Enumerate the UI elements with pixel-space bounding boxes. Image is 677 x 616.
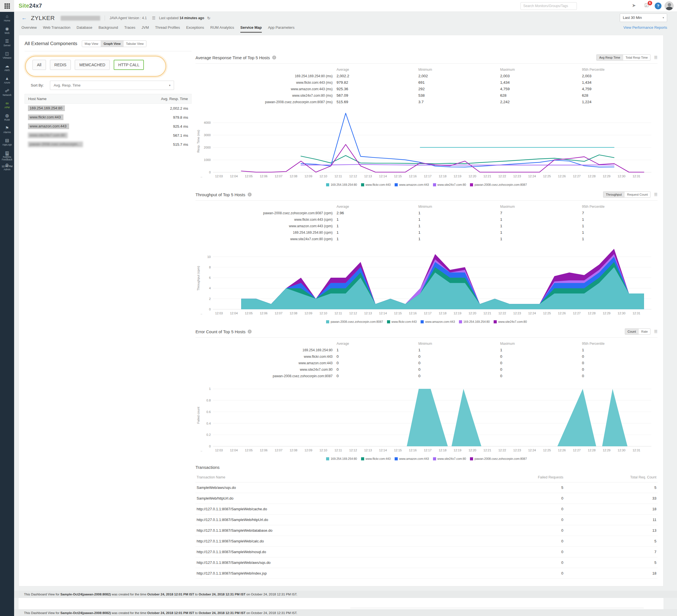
search-input[interactable]: Search Monitors/Groups/Tags xyxy=(521,2,577,10)
chart-menu-icon[interactable]: ☰ xyxy=(654,329,658,334)
sidebar-item-azure[interactable]: ▲Azure xyxy=(0,74,14,86)
transaction-row[interactable]: SampleWeb/httpUrl.do033 xyxy=(195,493,658,504)
network-icon: ☍ xyxy=(0,88,14,93)
info-icon[interactable]: i xyxy=(272,55,276,59)
transaction-row[interactable]: http://127.0.1.1:8087/SampleWeb/httpUrl.… xyxy=(195,515,658,525)
transaction-failed-count: 0 xyxy=(490,539,563,543)
tab-rum-analytics[interactable]: RUM Analytics xyxy=(211,26,234,32)
transaction-failed-count: 0 xyxy=(490,518,563,522)
help-icon[interactable]: ? xyxy=(655,3,662,9)
tab-service-map[interactable]: Service Map xyxy=(240,26,262,33)
chevron-down-icon: ▾ xyxy=(169,81,170,90)
host-row[interactable]: 169.254.169.254:802,002.2 ms xyxy=(25,104,191,113)
sidebar-item-applogs[interactable]: ▤AppLogs xyxy=(0,136,14,148)
sidebar-item-apm[interactable]: ∞APM xyxy=(0,99,14,111)
error-count-chart[interactable]: 00.20.40.60.8112:0312:0412:0512:0612:071… xyxy=(195,381,658,457)
svg-text:12:06: 12:06 xyxy=(260,175,268,178)
tab-background[interactable]: Background xyxy=(98,26,118,32)
chart-menu-icon[interactable]: ☰ xyxy=(654,55,658,60)
tab-thread-profiles[interactable]: Thread Profiles xyxy=(155,26,180,32)
tasks-icon[interactable]: ☑6 xyxy=(643,3,650,10)
transaction-row[interactable]: http://127.0.1.1:8087/SampleWeb/nosql.do… xyxy=(195,547,658,557)
stats-value: 0 xyxy=(500,354,582,359)
svg-text:12:11: 12:11 xyxy=(334,448,342,452)
transaction-total-count: 5 xyxy=(563,561,657,565)
tab-exceptions[interactable]: Exceptions xyxy=(186,26,204,32)
sidebar-item-server[interactable]: ☰Server xyxy=(0,37,14,49)
legend-series-name: 169.254.169.254:80 xyxy=(463,320,490,323)
filter-button-memcached[interactable]: MEMCACHED xyxy=(75,60,110,70)
tab-app-parameters[interactable]: App Parameters xyxy=(268,26,295,32)
sidebar-item-home[interactable]: ⌂Home xyxy=(0,12,14,24)
host-row[interactable]: www.site24x7.com:80567.1 ms xyxy=(25,131,191,140)
svg-text:12:18: 12:18 xyxy=(439,175,447,178)
chart-menu-icon[interactable]: ☰ xyxy=(654,192,658,197)
tab-database[interactable]: Database xyxy=(77,26,93,32)
info-icon[interactable]: i xyxy=(248,193,252,196)
throughput-chart[interactable]: 024681012:0312:0412:0512:0612:0712:0812:… xyxy=(195,244,658,320)
stats-value: 1 xyxy=(418,348,500,352)
toggle-button-rate[interactable]: Rate xyxy=(638,329,650,334)
host-row[interactable]: pawan-2008.csez.zohocorpin...515.7 ms xyxy=(25,140,191,149)
stats-value: 2,002.2 xyxy=(336,74,418,78)
app-grid-button[interactable] xyxy=(0,0,14,12)
toggle-button-throughput[interactable]: Throughput xyxy=(603,192,624,197)
toggle-button-request-count[interactable]: Request Count xyxy=(624,192,650,197)
tab-web-transaction[interactable]: Web Transaction xyxy=(43,26,70,32)
sidebar-item-alarms[interactable]: ⚑Alarms xyxy=(0,124,14,136)
sort-select[interactable]: Avg. Resp. Time▾ xyxy=(50,81,174,90)
announcement-icon[interactable]: ➤ xyxy=(630,3,637,10)
resp-time-chart[interactable]: 0100020003000400012:0312:0412:0512:0612:… xyxy=(195,107,658,182)
time-range-select[interactable]: Last 30 Min▾ xyxy=(620,13,667,22)
site24x7-logo[interactable]: Site24x7 xyxy=(18,3,42,9)
view-performance-reports-link[interactable]: View Performance Reports xyxy=(623,26,667,30)
stats-row: 169.254.169.254:801111 xyxy=(195,347,658,353)
sidebar-item-rum[interactable]: ◍RUM xyxy=(0,111,14,124)
stats-value: 1 xyxy=(500,224,582,228)
host-row[interactable]: www.flickr.com:443979.8 ms xyxy=(25,113,191,122)
transaction-row[interactable]: http://127.0.1.1:8087/SampleWeb/calc.do0… xyxy=(195,536,658,547)
footer-text: October 24, 2018 12:31 PM IST xyxy=(198,593,245,596)
sidebar-item-label: APM xyxy=(0,106,14,109)
filter-button-redis[interactable]: REDIS xyxy=(50,60,71,70)
toggle-button-total-resp-time[interactable]: Total Resp Time xyxy=(623,55,650,60)
tab-traces[interactable]: Traces xyxy=(124,26,135,32)
transaction-row[interactable]: http://127.0.1.1:8087/SampleWeb/index.js… xyxy=(195,568,658,579)
transaction-row[interactable]: http://127.0.1.1:8087/SampleWeb/database… xyxy=(195,525,658,536)
view-button-graph-view[interactable]: Graph View xyxy=(101,41,123,47)
stats-column-header: Maximum xyxy=(500,68,582,72)
sidebar-item-vmware[interactable]: ◫VMware xyxy=(0,49,14,61)
sidebar-item-network[interactable]: ☍Network xyxy=(0,86,14,99)
list-icon[interactable]: ☰ xyxy=(152,16,156,20)
transaction-row[interactable]: http://127.0.1.1:8087/SampleWeb/cache.do… xyxy=(195,504,658,515)
view-button-tabular-view[interactable]: Tabular View xyxy=(123,41,146,47)
toggle-button-count[interactable]: Count xyxy=(625,329,638,334)
back-button[interactable]: ← xyxy=(21,15,27,21)
svg-text:..: .. xyxy=(200,448,202,452)
filter-button-http-call[interactable]: HTTP CALL xyxy=(114,60,144,70)
footer-text: on October 24, 2018 12:31 PM IST. xyxy=(245,611,297,615)
stats-host-label: pawan-2008.csez.zohocorpin.com:8087 (cpm… xyxy=(195,211,336,215)
svg-text:12:06: 12:06 xyxy=(260,448,268,452)
legend-series-name: pawan-2008.csez.zohocorpin.com:8087 xyxy=(475,457,527,460)
transaction-total-count: 18 xyxy=(563,571,657,575)
host-row[interactable]: www.amazon.com:443925.4 ms xyxy=(25,122,191,131)
footer-text: October 24, 2018 12:01 PM IST xyxy=(147,611,194,615)
stats-row: www.site24x7.com:800000 xyxy=(195,366,658,373)
tab-jvm[interactable]: JVM xyxy=(142,26,149,32)
toggle-button-avg-resp-time[interactable]: Avg Resp Time xyxy=(597,55,623,60)
view-button-map-view[interactable]: Map View xyxy=(82,41,101,47)
stats-column-header: 95th Percentile xyxy=(582,68,664,72)
filter-button-all[interactable]: All xyxy=(33,60,46,70)
sidebar-item-web[interactable]: ◉Web xyxy=(0,24,14,37)
tab-overview[interactable]: Overview xyxy=(21,26,37,32)
stats-value: 1 xyxy=(582,217,664,222)
transaction-row[interactable]: SampleWeb/aws/sqs.do55 xyxy=(195,482,658,493)
info-icon[interactable]: i xyxy=(248,330,252,334)
refresh-icon[interactable]: ↻ xyxy=(207,16,211,20)
sidebar-item-aws[interactable]: ☁AWS xyxy=(0,61,14,74)
transaction-row[interactable]: http://127.0.1.1:8087/SampleWeb/aws/sqs.… xyxy=(195,557,658,568)
stats-host-label: www.site24x7.com:80 (cpm) xyxy=(195,237,336,241)
avatar[interactable] xyxy=(665,1,674,10)
sidebar-feedback[interactable]: ✉ Feedback 12:45 PM xyxy=(0,152,14,168)
